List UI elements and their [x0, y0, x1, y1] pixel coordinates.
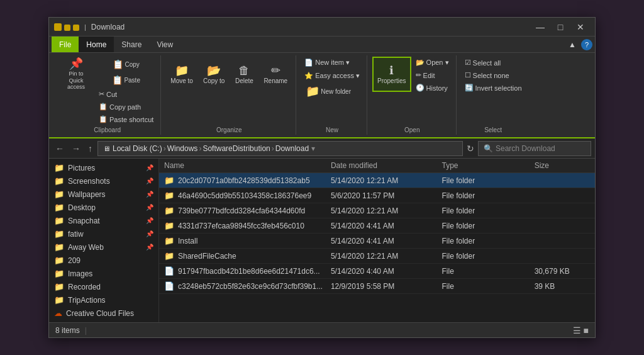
- copy-button[interactable]: 📋 Copy: [96, 57, 157, 72]
- pin-icon: 📌: [146, 191, 153, 198]
- sidebar-item-screenshots[interactable]: 📁 Screenshots 📌: [49, 174, 158, 188]
- tab-share[interactable]: Share: [114, 37, 149, 52]
- paste-shortcut-button[interactable]: 📋 Paste shortcut: [96, 113, 157, 125]
- maximize-button[interactable]: □: [551, 21, 570, 33]
- sidebar-item-209[interactable]: 📁 209: [49, 254, 158, 267]
- file-date: 5/14/2020 12:21 AM: [331, 252, 442, 261]
- select-all-icon: ☑: [465, 59, 471, 67]
- up-button[interactable]: ↑: [86, 142, 95, 155]
- copy-path-icon: 📋: [99, 103, 108, 111]
- rename-button[interactable]: ✏ Rename: [259, 57, 292, 92]
- path-segment-1: 🖥 Local Disk (C:): [103, 144, 162, 153]
- folder-icon: 📁: [54, 269, 64, 278]
- address-bar: ← → ↑ 🖥 Local Disk (C:) › Windows › Soft…: [49, 138, 595, 159]
- table-row[interactable]: 📁 SharedFileCache 5/14/2020 12:21 AM Fil…: [159, 249, 595, 264]
- edit-button[interactable]: ✏ Edit: [413, 69, 452, 81]
- sidebar-item-creative-cloud[interactable]: ☁ Creative Cloud Files: [49, 307, 158, 320]
- tab-view[interactable]: View: [149, 37, 180, 52]
- open-button[interactable]: 📂 Open ▾: [413, 57, 452, 69]
- table-row[interactable]: 📁 Install 5/14/2020 4:41 AM File folder: [159, 234, 595, 249]
- table-row[interactable]: 📁 20c2d07071a0bfb2428539dd51382ab5 5/14/…: [159, 173, 595, 188]
- table-row[interactable]: 📁 739be0777bdfcdd3284cfa64344d60fd 5/14/…: [159, 203, 595, 218]
- sidebar-item-snapchat[interactable]: 📁 Snapchat 📌: [49, 214, 158, 227]
- col-header-type[interactable]: Type: [442, 161, 535, 170]
- folder-icon: 📁: [54, 216, 64, 225]
- col-header-size[interactable]: Size: [535, 161, 590, 170]
- folder-icon: 📁: [164, 206, 174, 215]
- title-separator: |: [84, 23, 86, 31]
- properties-icon: ℹ: [389, 65, 394, 76]
- folder-icon: 📁: [164, 221, 174, 230]
- copy-to-button[interactable]: 📂 Copy to: [199, 57, 229, 92]
- new-item-button[interactable]: 📄 New item ▾: [301, 57, 353, 69]
- address-path[interactable]: 🖥 Local Disk (C:) › Windows › SoftwareDi…: [97, 141, 463, 156]
- ribbon-group-open: ℹ Properties 📂 Open ▾ ✏ Edit �: [369, 55, 457, 135]
- col-header-date[interactable]: Date modified: [331, 161, 442, 170]
- move-to-button[interactable]: 📁 Move to: [166, 57, 197, 92]
- details-view-button[interactable]: ☰: [573, 325, 581, 335]
- file-date: 5/14/2020 4:41 AM: [331, 222, 442, 230]
- col-header-name[interactable]: Name: [164, 161, 331, 170]
- clipboard-sub-col: ✂ Cut 📋 Copy path 📋 Paste shortcut: [96, 88, 157, 125]
- file-list: Name Date modified Type Size 📁 20c2d0707…: [159, 159, 595, 322]
- history-icon: 🕐: [416, 84, 425, 92]
- sidebar-item-wallpapers[interactable]: 📁 Wallpapers 📌: [49, 188, 158, 201]
- status-separator: |: [85, 326, 87, 335]
- invert-selection-button[interactable]: 🔄 Invert selection: [462, 82, 525, 94]
- select-all-button[interactable]: ☑ Select all: [462, 57, 525, 69]
- window-title: Download: [91, 23, 531, 31]
- history-button[interactable]: 🕐 History: [413, 82, 452, 94]
- file-date: 5/14/2020 12:21 AM: [331, 176, 442, 185]
- table-row[interactable]: 📄 917947fbacdb42b1be8d6ee6d21471dc6... 5…: [159, 264, 595, 279]
- explorer-window: | Download — □ ✕ File Home Share View ▲ …: [48, 17, 596, 338]
- pin-to-quick-access-button[interactable]: 📌 Pin to Quick access: [58, 57, 94, 92]
- title-bar-icons: |: [54, 23, 86, 31]
- status-right: ☰ ■: [573, 325, 589, 335]
- delete-button[interactable]: 🗑 Delete: [230, 57, 258, 92]
- forward-button[interactable]: →: [69, 142, 83, 155]
- select-buttons: ☑ Select all ☐ Select none 🔄 Invert sele…: [462, 57, 525, 94]
- tab-home[interactable]: Home: [79, 37, 114, 52]
- item-count: 8 items: [55, 326, 80, 335]
- back-button[interactable]: ←: [53, 142, 67, 155]
- sidebar: 📁 Pictures 📌 📁 Screenshots 📌 📁 Wallpaper…: [49, 159, 159, 322]
- file-type: File: [442, 267, 535, 276]
- folder-icon: 📁: [54, 282, 64, 291]
- paste-button[interactable]: 📋 Paste: [96, 72, 157, 87]
- table-row[interactable]: 📁 46a4690c5dd9b551034358c186376ee9 5/6/2…: [159, 188, 595, 203]
- expand-ribbon-button[interactable]: ▲: [566, 39, 579, 50]
- help-button[interactable]: ?: [581, 39, 592, 50]
- sidebar-item-recorded[interactable]: 📁 Recorded: [49, 280, 158, 293]
- file-date: 5/14/2020 4:41 AM: [331, 237, 442, 245]
- select-none-button[interactable]: ☐ Select none: [462, 69, 525, 81]
- file-type: File folder: [442, 206, 535, 215]
- minimize-button[interactable]: —: [531, 21, 550, 33]
- file-date: 5/6/2020 11:57 PM: [331, 191, 442, 200]
- ribbon-tabs: File Home Share View ▲ ?: [49, 37, 595, 53]
- sidebar-item-desktop[interactable]: 📁 Desktop 📌: [49, 201, 158, 214]
- sidebar-item-pictures[interactable]: 📁 Pictures 📌: [49, 161, 158, 174]
- new-folder-button[interactable]: 📁 New folder: [301, 83, 355, 99]
- cut-button[interactable]: ✂ Cut: [96, 88, 157, 100]
- sidebar-item-fatiw[interactable]: 📁 fatiw 📌: [49, 227, 158, 240]
- properties-button[interactable]: ℹ Properties: [372, 57, 411, 92]
- search-box[interactable]: 🔍 Search Download: [478, 141, 591, 156]
- large-icons-button[interactable]: ■: [584, 325, 589, 335]
- table-row[interactable]: 📄 c3248eb572cb5f82e63ce9c6d73cfbf39b1...…: [159, 279, 595, 294]
- file-type: File folder: [442, 252, 535, 261]
- sidebar-item-away-web[interactable]: 📁 Away Web 📌: [49, 240, 158, 254]
- ribbon-group-select: ☑ Select all ☐ Select none 🔄 Invert sele…: [458, 55, 529, 135]
- tab-file[interactable]: File: [52, 37, 79, 52]
- table-row[interactable]: 📁 4331d737efcaa98945fcc3feb456c010 5/14/…: [159, 218, 595, 234]
- ribbon-right: ▲ ?: [566, 39, 592, 50]
- folder-icon: 📁: [164, 176, 174, 185]
- cloud-icon: ☁: [54, 308, 62, 318]
- easy-access-button[interactable]: ⭐ Easy access ▾: [301, 70, 363, 82]
- file-list-header: Name Date modified Type Size: [159, 159, 595, 173]
- copy-path-button[interactable]: 📋 Copy path: [96, 101, 157, 113]
- refresh-button[interactable]: ↻: [465, 142, 475, 155]
- sidebar-item-images[interactable]: 📁 Images: [49, 267, 158, 280]
- sidebar-item-tripactions[interactable]: 📁 TripActions: [49, 293, 158, 307]
- folder-icon: 📁: [164, 236, 174, 245]
- close-button[interactable]: ✕: [571, 21, 590, 33]
